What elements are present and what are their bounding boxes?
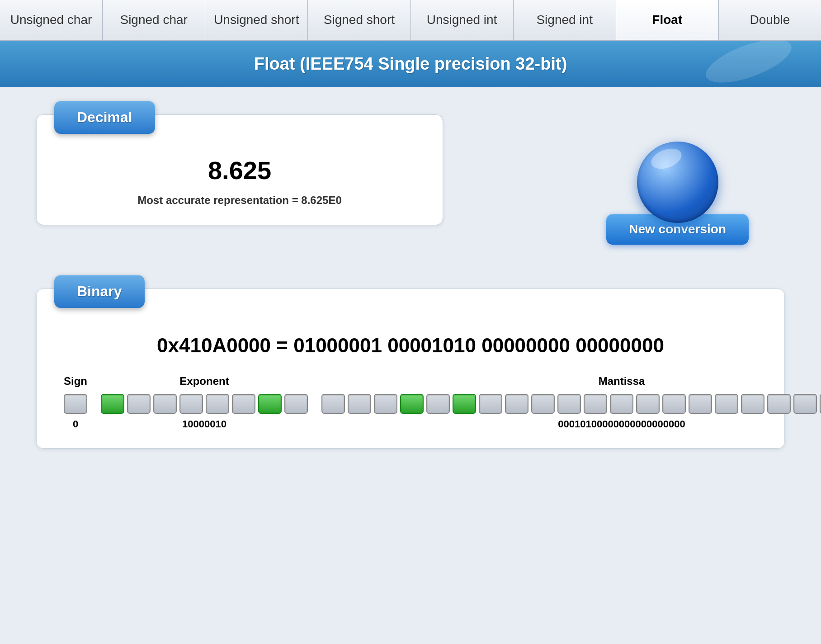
mantissa-bit-5 <box>453 394 476 414</box>
binary-section: Binary 0x410A0000 = 01000001 00001010 00… <box>36 289 785 449</box>
sign-value: 0 <box>73 418 78 430</box>
exponent-bit-0 <box>101 394 124 414</box>
mantissa-bit-2 <box>374 394 397 414</box>
mantissa-bit-3 <box>400 394 424 414</box>
mantissa-bit-9 <box>557 394 581 414</box>
mantissa-bit-1 <box>348 394 371 414</box>
mantissa-bit-10 <box>584 394 607 414</box>
exponent-bit-2 <box>153 394 177 414</box>
tab-float[interactable]: Float <box>616 0 719 40</box>
tab-double[interactable]: Double <box>719 0 821 40</box>
binary-box: 0x410A0000 = 01000001 00001010 00000000 … <box>36 289 785 449</box>
decimal-label: Decimal <box>54 101 155 134</box>
tab-unsigned-char[interactable]: Unsigned char <box>0 0 103 40</box>
tab-bar: Unsigned char Signed char Unsigned short… <box>0 0 821 41</box>
mantissa-group: Mantissa 00010100000000000000000 <box>321 375 821 430</box>
mantissa-bit-16 <box>741 394 764 414</box>
spacer <box>36 252 785 289</box>
exponent-bit-1 <box>127 394 151 414</box>
tab-signed-int[interactable]: Signed int <box>514 0 616 40</box>
binary-label: Binary <box>54 275 145 308</box>
exponent-bit-5 <box>232 394 255 414</box>
tab-unsigned-int[interactable]: Unsigned int <box>411 0 514 40</box>
exponent-value: 10000010 <box>182 418 226 430</box>
exponent-bit-7 <box>284 394 308 414</box>
header-bar: Float (IEEE754 Single precision 32-bit) <box>0 41 821 87</box>
main-content: Decimal 8.625 Most accurate representati… <box>0 87 821 644</box>
decimal-section: Decimal 8.625 Most accurate representati… <box>36 114 785 225</box>
tab-signed-char[interactable]: Signed char <box>103 0 205 40</box>
header-title: Float (IEEE754 Single precision 32-bit) <box>14 54 807 74</box>
sign-label: Sign <box>64 375 87 388</box>
mantissa-value: 00010100000000000000000 <box>558 418 685 430</box>
mantissa-bit-6 <box>479 394 502 414</box>
mantissa-bit-17 <box>767 394 791 414</box>
bit-section: Sign 0 Exponent 10000010 Mantissa 000 <box>55 375 766 430</box>
sign-bits-row <box>64 394 87 414</box>
mantissa-bit-13 <box>662 394 686 414</box>
conversion-ball <box>637 142 718 223</box>
exponent-bit-6 <box>258 394 282 414</box>
tab-unsigned-short[interactable]: Unsigned short <box>205 0 308 40</box>
mantissa-bit-4 <box>426 394 450 414</box>
mantissa-bit-12 <box>636 394 660 414</box>
new-conversion-wrapper[interactable]: New conversion <box>606 142 749 245</box>
mantissa-bit-18 <box>793 394 817 414</box>
mantissa-bit-0 <box>321 394 345 414</box>
sign-group: Sign 0 <box>64 375 87 430</box>
exponent-bits-row <box>101 394 308 414</box>
decimal-representation: Most accurate representation = 8.625E0 <box>55 194 425 207</box>
exponent-bit-4 <box>206 394 229 414</box>
exponent-group: Exponent 10000010 <box>101 375 308 430</box>
mantissa-bit-11 <box>610 394 633 414</box>
mantissa-bit-15 <box>715 394 738 414</box>
exponent-bit-3 <box>179 394 203 414</box>
decimal-value: 8.625 <box>55 156 425 185</box>
binary-hex-display: 0x410A0000 = 01000001 00001010 00000000 … <box>55 334 766 357</box>
tab-signed-short[interactable]: Signed short <box>308 0 410 40</box>
mantissa-bit-7 <box>505 394 528 414</box>
mantissa-bit-8 <box>531 394 555 414</box>
mantissa-bit-14 <box>689 394 712 414</box>
sign-bit-0 <box>64 394 87 414</box>
mantissa-bits-row <box>321 394 821 414</box>
mantissa-label: Mantissa <box>599 375 645 388</box>
exponent-label: Exponent <box>179 375 229 388</box>
